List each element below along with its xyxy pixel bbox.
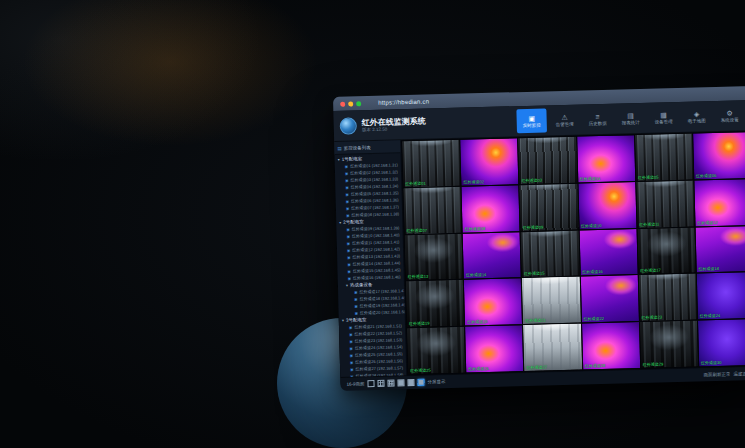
video-cell[interactable]: 红外通道30: [698, 319, 745, 366]
camera-icon: [354, 303, 357, 308]
statusbar-spacer: [449, 375, 701, 382]
video-cell[interactable]: 红外通道22: [580, 275, 638, 322]
channel-label: 红外通道22: [583, 316, 604, 322]
video-cell[interactable]: 红外通道25: [407, 327, 465, 374]
toolbar-icon: [726, 109, 732, 116]
channel-label: 红外通道12: [697, 220, 718, 226]
channel-label: 红外通道26: [468, 366, 489, 372]
video-cell[interactable]: 红外通道13: [405, 233, 463, 280]
toolbar-button[interactable]: 实时监控: [516, 108, 547, 133]
split-mode-label: 分屏显示: [427, 379, 445, 384]
channel-label: 红外通道14: [466, 272, 487, 278]
toolbar-button[interactable]: 告警管理: [549, 108, 580, 133]
channel-label: 红外通道25: [410, 368, 431, 374]
channel-label: 红外通道03: [522, 177, 543, 183]
camera-icon: [350, 367, 353, 372]
list-icon: [337, 145, 341, 150]
toolbar-label: 实时监控: [523, 122, 541, 127]
camera-icon: [345, 178, 348, 183]
layout-button[interactable]: [377, 380, 384, 387]
close-button[interactable]: [340, 101, 345, 106]
video-cell[interactable]: 红外通道14: [463, 232, 521, 279]
video-cell[interactable]: 红外通道21: [522, 277, 580, 324]
channel-label: 红外通道09: [523, 224, 544, 230]
video-grid: 红外通道01 红外通道02 红外通道03 红外通道04: [401, 131, 745, 375]
video-cell[interactable]: 红外通道05: [635, 134, 693, 181]
camera-icon: [347, 234, 350, 239]
camera-icon: [350, 360, 353, 365]
camera-icon: [347, 248, 350, 253]
video-cell[interactable]: 红外通道17: [637, 227, 695, 274]
video-cell[interactable]: 红外通道12: [694, 179, 745, 226]
camera-icon: [349, 332, 352, 337]
channel-label: 红外通道06: [696, 173, 717, 179]
camera-icon: [346, 199, 349, 204]
layout-button[interactable]: [387, 379, 394, 386]
video-cell[interactable]: 红外通道20: [464, 279, 522, 326]
toolbar-button[interactable]: 系统设置: [714, 103, 745, 128]
channel-label: 红外通道17: [640, 268, 661, 274]
video-cell[interactable]: 红外通道09: [520, 183, 578, 230]
video-cell[interactable]: 红外通道16: [579, 229, 637, 276]
video-cell[interactable]: 红外通道06: [693, 132, 745, 179]
toolbar-label: 电子地图: [688, 118, 706, 123]
camera-icon: [347, 262, 350, 267]
channel-label: 红外通道13: [408, 274, 429, 280]
video-cell[interactable]: 红外通道24: [697, 272, 745, 319]
layout-button[interactable]: [397, 379, 404, 386]
toolbar-icon: [595, 113, 599, 120]
layout-button[interactable]: [407, 379, 414, 386]
video-cell[interactable]: 红外通道27: [523, 324, 581, 371]
layout-button[interactable]: [367, 380, 374, 387]
camera-icon: [349, 339, 352, 344]
camera-icon: [346, 227, 349, 232]
tree-label: 热成像设备: [350, 282, 373, 288]
aspect-label: 16-9画面: [346, 381, 364, 386]
channel-label: 红外通道29: [643, 361, 664, 367]
video-cell[interactable]: 红外通道19: [406, 280, 464, 327]
camera-icon: [345, 164, 348, 169]
toolbar-button[interactable]: 报表统计: [615, 106, 646, 131]
video-cell[interactable]: 红外通道23: [638, 274, 696, 321]
video-cell[interactable]: 红外通道03: [518, 137, 576, 184]
sidebar-title: 监控设备列表: [344, 145, 371, 151]
camera-icon: [346, 206, 349, 211]
toolbar-label: 设备管理: [655, 119, 673, 124]
video-cell[interactable]: 红外通道08: [462, 185, 520, 232]
toolbar-button[interactable]: 设备管理: [648, 105, 679, 130]
title-block: 红外在线监测系统 版本 2.12.50: [362, 116, 426, 133]
channel-label: 红外通道28: [585, 363, 606, 369]
camera-icon: [345, 185, 348, 190]
layout-button[interactable]: [417, 379, 424, 386]
camera-icon: [350, 353, 353, 358]
video-cell[interactable]: 红外通道18: [695, 226, 745, 273]
zoom-button[interactable]: [356, 101, 361, 106]
minimize-button[interactable]: [348, 101, 353, 106]
toolbar-icon: [528, 114, 535, 121]
video-cell[interactable]: 红外通道26: [465, 325, 523, 372]
video-cell[interactable]: 红外通道11: [636, 180, 694, 227]
video-cell[interactable]: 红外通道01: [402, 140, 460, 187]
toolbar-button[interactable]: 电子地图: [681, 104, 712, 129]
toolbar-icon: [627, 112, 634, 119]
video-cell[interactable]: 红外通道15: [521, 230, 579, 277]
toolbar-button[interactable]: 历史数据: [582, 107, 613, 132]
camera-icon: [350, 374, 353, 377]
expand-icon: [338, 157, 340, 162]
camera-icon: [347, 255, 350, 260]
channel-label: 红外通道15: [524, 271, 545, 277]
channel-label: 红外通道24: [700, 313, 721, 319]
video-cell[interactable]: 红外通道28: [582, 322, 640, 369]
video-cell[interactable]: 红外通道02: [460, 138, 518, 185]
address-bar[interactable]: https://hbedian.cn: [378, 98, 429, 105]
video-cell[interactable]: 红外通道04: [577, 135, 635, 182]
video-cell[interactable]: 红外通道10: [578, 182, 636, 229]
channel-label: 红外通道18: [698, 266, 719, 272]
channel-label: 红外通道16: [582, 269, 603, 275]
tree-label: 1号配电室: [342, 156, 363, 162]
video-cell[interactable]: 红外通道29: [640, 321, 698, 368]
channel-label: 红外通道21: [525, 318, 546, 324]
video-cell[interactable]: 红外通道07: [403, 186, 461, 233]
device-sidebar: 监控设备列表 1号配电室 红外通道01 (192.168.1.31): [334, 140, 407, 377]
toolbar-icon: [561, 113, 567, 120]
